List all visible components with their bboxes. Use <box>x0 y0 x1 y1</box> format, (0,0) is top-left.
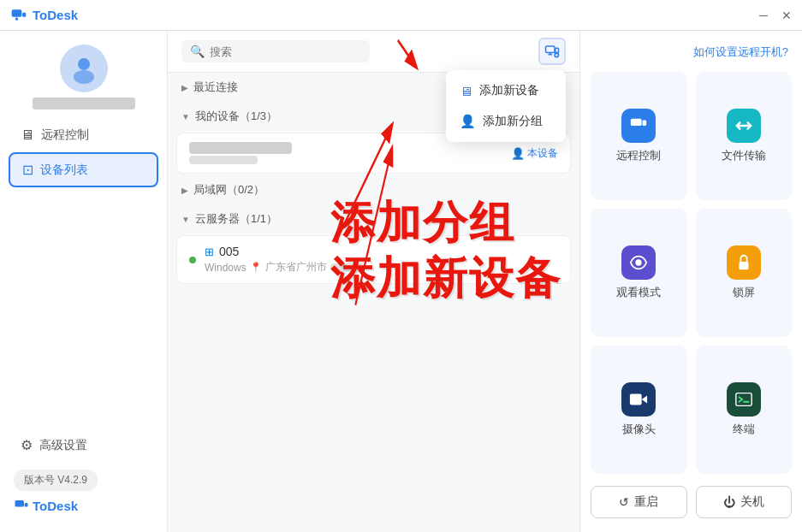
svg-point-4 <box>78 58 90 70</box>
svg-point-5 <box>74 70 94 84</box>
lock-screen-action-icon <box>727 245 761 280</box>
title-bar: ToDesk ─ ✕ <box>0 0 802 31</box>
app-logo: ToDesk <box>10 7 78 24</box>
sidebar-nav: 🖥 远程控制 ⊡ 设备列表 <box>0 120 167 426</box>
remote-control-icon: 🖥 <box>21 127 34 143</box>
search-bar-right <box>538 38 566 65</box>
sidebar-avatar <box>0 44 167 109</box>
action-camera[interactable]: 摄像头 <box>591 346 687 474</box>
device-online-indicator <box>189 257 196 263</box>
add-device-button[interactable] <box>538 38 566 65</box>
username-placeholder <box>33 98 135 109</box>
device-meta-005: Windows 📍 广东省广州市 <box>205 260 558 275</box>
lock-icon <box>734 253 753 272</box>
settings-icon: ⚙ <box>21 437 33 453</box>
group-cloud[interactable]: ▼ 云服务器（1/1） <box>168 204 579 233</box>
svg-rect-23 <box>736 393 752 406</box>
action-lock-screen[interactable]: 锁屏 <box>696 209 793 337</box>
action-watch-mode[interactable]: 观看模式 <box>591 209 687 337</box>
remote-control-action-icon <box>621 109 656 143</box>
add-device-menu-icon: 🖥 <box>460 84 472 98</box>
remote-hint[interactable]: 如何设置远程开机? <box>591 44 792 65</box>
device-name-row-005: ⊞ 005 <box>205 245 558 258</box>
add-group-menu-icon: 👤 <box>460 114 476 129</box>
svg-rect-1 <box>22 12 26 16</box>
avatar <box>60 44 108 92</box>
add-device-icon <box>544 44 560 59</box>
device-list-icon: ⊡ <box>22 162 33 178</box>
eye-icon <box>629 253 648 272</box>
search-input[interactable] <box>210 45 347 58</box>
main-layout: 🖥 远程控制 ⊡ 设备列表 ⚙ 高级设置 版本号 V4.2.9 <box>0 31 802 532</box>
svg-point-2 <box>15 17 18 20</box>
terminal-action-icon <box>727 382 761 417</box>
location-icon: 📍 <box>250 262 262 273</box>
sidebar-footer: 版本号 V4.2.9 ToDesk <box>0 461 167 522</box>
this-device-icon: 👤 <box>511 147 525 160</box>
device-info-thisdevice <box>189 142 502 164</box>
svg-point-20 <box>636 259 642 265</box>
this-device-badge: 👤 本设备 <box>511 146 558 161</box>
svg-rect-7 <box>25 503 28 507</box>
group-cloud-arrow: ▼ <box>181 215 190 224</box>
svg-rect-6 <box>15 500 25 507</box>
content-area: 🔍 🖥 <box>168 31 579 532</box>
monitor-icon <box>629 116 648 135</box>
camera-action-icon <box>621 382 656 417</box>
group-my-devices-arrow: ▼ <box>181 112 190 121</box>
device-name-blurred <box>189 142 292 154</box>
group-recent-arrow: ▶ <box>181 83 188 92</box>
shutdown-button[interactable]: ⏻ 关机 <box>696 486 793 518</box>
dropdown-item-add-device[interactable]: 🖥 添加新设备 <box>446 75 566 106</box>
device-info-005: ⊞ 005 Windows 📍 广东省广州市 <box>205 245 558 275</box>
svg-rect-22 <box>630 394 642 405</box>
window-controls: ─ ✕ <box>759 9 792 21</box>
sidebar-nav-bottom: ⚙ 高级设置 <box>0 426 167 461</box>
reboot-icon: ↺ <box>619 495 629 509</box>
svg-rect-9 <box>555 48 559 52</box>
svg-rect-18 <box>631 119 642 126</box>
shutdown-icon: ⏻ <box>723 495 735 509</box>
file-transfer-action-icon <box>727 109 761 143</box>
svg-rect-21 <box>739 262 748 269</box>
device-item-005[interactable]: ⊞ 005 Windows 📍 广东省广州市 <box>176 235 571 284</box>
terminal-icon <box>734 390 753 409</box>
dropdown-menu: 🖥 添加新设备 👤 添加新分组 <box>446 70 566 142</box>
logo-icon <box>10 7 27 24</box>
action-file-transfer[interactable]: 文件传输 <box>696 72 793 200</box>
sidebar-item-device-list[interactable]: ⊡ 设备列表 <box>9 152 158 187</box>
device-meta-thisdevice <box>189 156 502 164</box>
windows-icon: ⊞ <box>205 245 214 258</box>
sidebar: 🖥 远程控制 ⊡ 设备列表 ⚙ 高级设置 版本号 V4.2.9 <box>0 31 168 532</box>
watch-mode-action-icon <box>621 245 656 280</box>
avatar-icon <box>68 53 99 84</box>
action-terminal[interactable]: 终端 <box>696 346 793 474</box>
dropdown-item-add-group[interactable]: 👤 添加新分组 <box>446 106 566 137</box>
close-button[interactable]: ✕ <box>781 9 792 21</box>
action-remote-control[interactable]: 远程控制 <box>591 72 687 200</box>
svg-rect-19 <box>643 121 647 126</box>
search-icon: 🔍 <box>190 44 205 58</box>
version-badge: 版本号 V4.2.9 <box>14 470 98 491</box>
footer-logo-icon <box>14 498 29 513</box>
transfer-icon <box>734 116 753 135</box>
sidebar-item-advanced-settings[interactable]: ⚙ 高级设置 <box>9 429 158 461</box>
minimize-button[interactable]: ─ <box>759 9 768 21</box>
right-panel-footer: ↺ 重启 ⏻ 关机 <box>591 486 792 518</box>
device-name-row <box>189 142 502 154</box>
device-id-partial-blurred <box>330 263 365 272</box>
search-input-wrap[interactable]: 🔍 <box>181 40 370 62</box>
svg-rect-8 <box>546 46 555 53</box>
reboot-button[interactable]: ↺ 重启 <box>591 486 687 518</box>
group-lan-arrow: ▶ <box>181 186 188 195</box>
footer-logo: ToDesk <box>14 498 78 513</box>
group-lan[interactable]: ▶ 局域网（0/2） <box>168 175 579 204</box>
right-panel: 如何设置远程开机? 远程控制 文件传输 <box>579 31 802 532</box>
device-id-blurred <box>189 156 258 164</box>
action-grid: 远程控制 文件传输 观看模式 <box>591 72 792 474</box>
camera-icon <box>629 390 648 409</box>
svg-rect-0 <box>12 9 22 16</box>
search-bar: 🔍 🖥 <box>168 31 579 73</box>
sidebar-item-remote-control[interactable]: 🖥 远程控制 <box>9 120 158 151</box>
